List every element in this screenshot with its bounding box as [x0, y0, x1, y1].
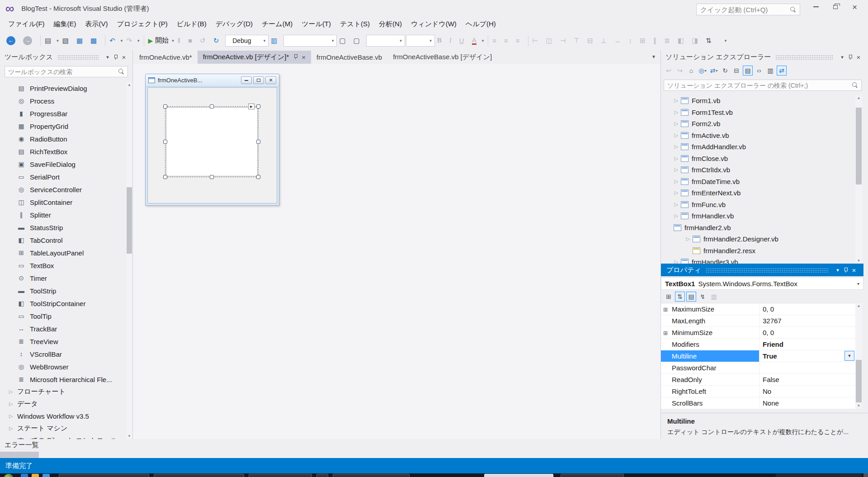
pause-button[interactable]: ‖ ▾ [176, 34, 186, 47]
taskbar-quicklaunch-icon[interactable] [21, 474, 28, 477]
home-button[interactable]: ⌂ ▾ [686, 66, 696, 76]
document-tab[interactable]: frmOneActive.vb* × [134, 51, 198, 64]
expander-icon[interactable]: ▷ [673, 144, 680, 150]
row-gutter[interactable]: ⊞ [661, 350, 670, 362]
tree-item[interactable]: ▷ frmHandler2.Designer.vb [661, 233, 855, 245]
PasswordChar[interactable]: ⊞ PasswordChar ▼ [661, 362, 855, 374]
drag-handle[interactable] [57, 55, 99, 60]
close-icon[interactable]: × [850, 266, 858, 274]
scrollbar-thumb[interactable] [127, 187, 132, 254]
toolbox-group[interactable]: ▷ すべての Sil...ット コントロール [0, 434, 126, 439]
toolbar-options-button[interactable]: ▾ [718, 34, 728, 47]
toolbox-group[interactable]: ▷ データ [0, 398, 126, 410]
undo-button[interactable]: ↶ ▾ [108, 34, 124, 47]
align-rights-button[interactable]: ⊣ ▾ [559, 34, 571, 47]
MaximumSize[interactable]: ⊞ MaximumSize 0, 0 ▼ [661, 303, 855, 315]
textbox-control[interactable] [166, 107, 258, 176]
resize-handle-sw[interactable] [163, 175, 167, 179]
expander-icon[interactable]: ▷ [673, 167, 680, 173]
alphabetical-button[interactable]: ⇅ ▾ [675, 292, 685, 302]
scope-button[interactable]: ◎ ▾ [698, 66, 708, 76]
toolbox-item[interactable]: ◧ TabControl [0, 234, 126, 246]
RightToLeft[interactable]: ⊞ RightToLeft No ▼ [661, 386, 855, 397]
toolbox-item[interactable]: ▤ RichTextBox [0, 145, 126, 158]
toolbox-item[interactable]: ◧ ToolStripContainer [0, 297, 126, 310]
toolbox-scrollbar[interactable]: ▲ ▼ [126, 82, 132, 439]
new-project-button[interactable]: ▤ ▾ [43, 34, 60, 47]
expander-icon[interactable]: ▷ [673, 259, 680, 264]
taskbar-quicklaunch-icon[interactable] [32, 474, 39, 477]
menu-item[interactable]: ツール(T) [297, 18, 335, 30]
property-value-cell[interactable]: False ▼ [759, 374, 855, 385]
toolbox-item[interactable]: ◉ RadioButton [0, 132, 126, 145]
taskbar-button[interactable] [561, 474, 624, 477]
save-button[interactable]: ▦ ▾ [75, 34, 88, 47]
expander-icon[interactable]: ▷ [673, 202, 680, 208]
tree-item[interactable]: ▷ frmHandler3.vb [661, 256, 855, 264]
solution-config-combo[interactable]: Debug ▾ [225, 35, 269, 47]
same-size-button[interactable]: ⊞ ▾ [638, 34, 651, 47]
toolbox-item[interactable]: ▦ PropertyGrid [0, 120, 126, 132]
menu-item[interactable]: プロジェクト(P) [113, 18, 172, 30]
categorized-button[interactable]: ⊞ ▾ [664, 292, 674, 302]
toolbox-item[interactable]: ▤ PrintPreviewDialog [0, 82, 126, 94]
scroll-up-icon[interactable]: ▲ [126, 83, 132, 87]
italic-button[interactable]: I ▾ [448, 34, 457, 47]
pin-icon[interactable] [846, 53, 854, 61]
design-surface[interactable]: frmOneActiveB... ✕ [133, 64, 660, 439]
resize-handle-se[interactable] [256, 175, 260, 179]
expander-icon[interactable]: ▷ [673, 98, 680, 104]
forward-button[interactable]: ↪ ▾ [675, 66, 685, 76]
system-tray[interactable] [776, 474, 862, 477]
restore-button[interactable] [828, 1, 842, 12]
document-tab[interactable]: frmOneActiveBase.vb × [311, 51, 387, 64]
toolbox-item[interactable]: ▬ ToolStrip [0, 284, 126, 297]
toolbox-item[interactable]: ↔ TrackBar [0, 322, 126, 335]
toolbox-item[interactable]: ▣ SaveFileDialog [0, 158, 126, 170]
scroll-up-icon[interactable]: ▲ [855, 96, 862, 100]
document-tab[interactable]: frmOneActive.vb [デザイン]* × [198, 51, 311, 64]
bring-to-front-button[interactable]: ◧ ▾ [676, 34, 689, 47]
properties-scrollbar[interactable]: ▲ ▼ [855, 303, 862, 409]
row-gutter[interactable]: ⊞ [661, 374, 670, 385]
menu-item[interactable]: 分析(N) [374, 18, 406, 30]
toolbox-item[interactable]: ◎ WebBrowser [0, 360, 126, 373]
toolbox-item[interactable]: ▭ SerialPort [0, 170, 126, 183]
tree-item[interactable]: ▷ Form2.vb [661, 118, 855, 130]
pending-changes-filter-button[interactable]: ⇄ ▾ [709, 66, 719, 76]
toolbox-item[interactable]: ▭ ToolTip [0, 310, 126, 322]
tab-overflow-icon[interactable]: ▼ [651, 54, 656, 59]
scroll-down-icon[interactable]: ▼ [855, 259, 862, 263]
taskbar-button[interactable] [59, 474, 149, 477]
toolbox-group[interactable]: ▷ Windows Workflow v3.5 [0, 410, 126, 422]
resize-handle-nw[interactable] [163, 104, 167, 109]
menu-item[interactable]: ビルド(B) [172, 18, 211, 30]
separator[interactable]: ▾ [105, 35, 105, 46]
find-option-button[interactable]: ▢ ▾ [338, 34, 351, 47]
designer-form-window[interactable]: frmOneActiveB... ✕ [145, 74, 279, 206]
property-pages-button[interactable]: ▥ ▾ [709, 292, 719, 302]
row-gutter[interactable]: ⊞ [661, 315, 670, 326]
close-icon[interactable]: × [120, 53, 128, 61]
resize-handle-w[interactable] [163, 140, 167, 144]
Modifiers[interactable]: ⊞ Modifiers Friend ▼ [661, 339, 855, 350]
nav-forward-button[interactable]: → ▾ [22, 34, 38, 47]
separator[interactable]: ▾ [144, 35, 144, 46]
back-button[interactable]: ↩ ▾ [664, 66, 674, 76]
expander-icon[interactable]: ▷ [684, 236, 692, 242]
menu-item[interactable]: ウィンドウ(W) [406, 18, 461, 30]
drag-handle[interactable] [775, 55, 834, 60]
row-gutter[interactable]: ⊞ [661, 303, 670, 315]
error-list-label[interactable]: エラー一覧 [5, 441, 39, 449]
taskbar-button[interactable] [154, 474, 244, 477]
align-center-text-button[interactable]: ≡ ▾ [503, 34, 514, 47]
pin-icon[interactable] [293, 53, 298, 61]
quick-launch-box[interactable] [696, 4, 800, 15]
expander-icon[interactable]: ▷ [673, 213, 680, 219]
refresh-button[interactable]: ↻ ▾ [720, 66, 730, 76]
collapse-all-button[interactable]: ⊟ ▾ [731, 66, 741, 76]
quick-launch-input[interactable] [700, 6, 790, 14]
close-button[interactable]: × [848, 1, 862, 12]
align-right-text-button[interactable]: ≡ ▾ [514, 34, 525, 47]
tree-item[interactable]: ▷ frmCtrlIdx.vb [661, 164, 855, 176]
